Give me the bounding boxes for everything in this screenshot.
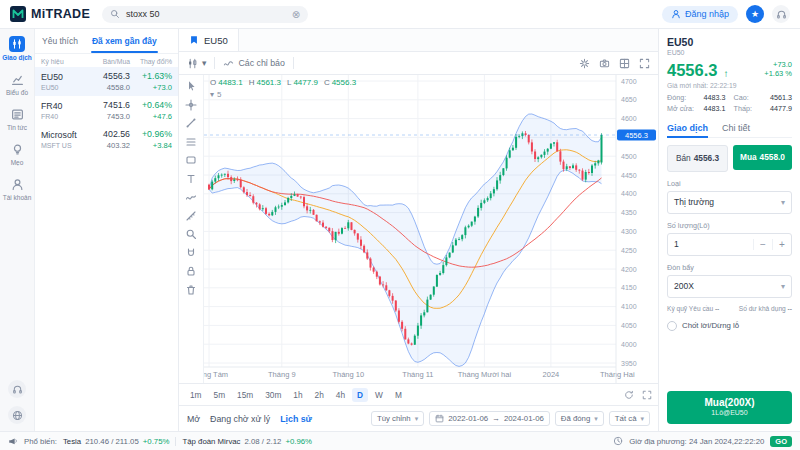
chart-canvas[interactable]: 3950400040504100415042004250430043504400… xyxy=(204,75,658,383)
language-button[interactable] xyxy=(8,406,26,424)
arrow-up-icon: ↑ xyxy=(723,68,728,79)
tpsl-checkbox[interactable] xyxy=(667,321,677,331)
snapshot-button[interactable] xyxy=(599,57,610,69)
sell-button[interactable]: Bán4556.3 xyxy=(667,145,728,172)
local-time: Giờ địa phương: 24 Jan 2024,22:22:20 xyxy=(629,437,764,446)
date-from: 2022-01-06 xyxy=(448,414,488,423)
tf-2h[interactable]: 2h xyxy=(310,388,329,402)
tf-15m[interactable]: 15m xyxy=(232,388,258,402)
fullscreen-button[interactable] xyxy=(639,57,650,69)
sidebar-item-trade[interactable]: Giao dịch xyxy=(0,36,34,61)
date-range-picker[interactable]: 2022-01-06 → 2024-01-06 xyxy=(429,411,550,426)
chart-tab-eu50[interactable]: EU50 xyxy=(179,29,239,51)
search-input[interactable]: stoxx 50 ⊗ xyxy=(102,6,308,23)
fibonacci-tool[interactable] xyxy=(185,136,197,148)
svg-text:4700: 4700 xyxy=(621,78,637,85)
candle-type-button[interactable]: ▾ xyxy=(187,58,206,69)
order-type-select[interactable]: Thị trường▾ xyxy=(667,191,792,214)
text-tool[interactable] xyxy=(185,173,197,185)
refresh-button[interactable] xyxy=(624,389,634,401)
date-to: 2024-01-06 xyxy=(504,414,544,423)
trade-icon xyxy=(9,36,25,52)
quantity-stepper[interactable]: 1 − + xyxy=(667,233,792,256)
custom-range-dropdown[interactable]: Tùy chỉnh▾ xyxy=(371,411,424,426)
tab-favorites[interactable]: Yêu thích xyxy=(35,29,85,53)
svg-text:4150: 4150 xyxy=(621,284,637,291)
login-button[interactable]: Đăng nhập xyxy=(662,6,738,23)
magnet-tool[interactable] xyxy=(185,247,197,259)
quantity-value[interactable]: 1 xyxy=(668,239,753,249)
ticker-mirvac[interactable]: Tập đoàn Mirvac 2.08 / 2.12 +0.96% xyxy=(182,437,312,446)
delete-tool[interactable] xyxy=(185,284,197,296)
last-update-time: Giá mới nhất: 22:22:19 xyxy=(667,82,792,89)
lock-tool[interactable] xyxy=(185,265,197,277)
brand-logo[interactable]: MiTRADE xyxy=(10,6,90,22)
increase-button[interactable]: + xyxy=(772,239,791,250)
support-button[interactable] xyxy=(772,5,790,23)
popular-label: Phổ biến: xyxy=(24,437,57,446)
tab-pending-orders[interactable]: Đang chờ xử lý xyxy=(210,414,270,424)
chart-settings-button[interactable] xyxy=(579,57,590,69)
tf-month[interactable]: M xyxy=(390,388,407,402)
go-badge[interactable]: GO xyxy=(770,436,792,447)
type-filter-dropdown[interactable]: Tất cả▾ xyxy=(609,411,650,426)
rewards-button[interactable]: ★ xyxy=(746,5,764,23)
measure-tool[interactable] xyxy=(185,210,197,222)
tf-30m[interactable]: 30m xyxy=(260,388,286,402)
decrease-button[interactable]: − xyxy=(753,239,772,250)
watchlist-row-fr40[interactable]: FR40FR40 7451.67453.0 +0.64%+47.6 xyxy=(35,96,178,125)
svg-text:4200: 4200 xyxy=(621,266,637,273)
submit-buy-button[interactable]: Mua(200X) 1Lô@EU50 xyxy=(667,391,792,424)
svg-text:4300: 4300 xyxy=(621,228,637,235)
tpsl-toggle[interactable]: Chốt lời/Dừng lỗ xyxy=(667,321,792,331)
tf-5m[interactable]: 5m xyxy=(209,388,231,402)
sidebar-item-account[interactable]: Tài khoản xyxy=(0,176,34,201)
sidebar-item-tips[interactable]: Mẹo xyxy=(0,141,34,166)
leverage-label: Đòn bẩy xyxy=(667,263,792,272)
refresh-icon xyxy=(624,390,634,400)
tf-1m[interactable]: 1m xyxy=(185,388,207,402)
svg-text:Tháng Tám: Tháng Tám xyxy=(204,370,228,379)
login-label: Đăng nhập xyxy=(685,9,729,19)
tab-trade[interactable]: Giao dịch xyxy=(667,119,708,137)
last-price: 4556.3 xyxy=(667,62,717,79)
tab-recently-viewed[interactable]: Đã xem gần đây xyxy=(85,29,164,53)
tab-history[interactable]: Lịch sử xyxy=(280,414,312,424)
trade-panel: EU50 EU50 4556.3 ↑ +73.0+1.63 % Giá mới … xyxy=(658,29,800,431)
shapes-tool[interactable] xyxy=(185,154,197,166)
watchlist-row-microsoft[interactable]: MicrosoftMSFT US 402.56403.32 +0.96%+3.8… xyxy=(35,125,178,154)
news-icon xyxy=(9,106,25,122)
price-chart[interactable]: 3950400040504100415042004250430043504400… xyxy=(204,75,658,383)
tf-1h[interactable]: 1h xyxy=(288,388,307,402)
sidebar-item-charts[interactable]: Biểu đồ xyxy=(0,71,34,96)
top-header: MiTRADE stoxx 50 ⊗ Đăng nhập ★ xyxy=(0,0,800,29)
tf-week[interactable]: W xyxy=(370,388,388,402)
crosshair-tool[interactable] xyxy=(185,99,197,111)
indicators-button[interactable]: Các chỉ báo xyxy=(223,58,284,69)
cursor-tool[interactable] xyxy=(185,80,197,92)
quantity-label: Số lượng(Lô) xyxy=(667,221,792,230)
buy-button[interactable]: Mua4558.0 xyxy=(733,145,792,170)
leverage-select[interactable]: 200X▾ xyxy=(667,275,792,298)
watchlist-row-eu50[interactable]: EU50EU50 4556.34558.0 +1.63%+73.0 xyxy=(35,67,178,96)
expand-chart-button[interactable] xyxy=(642,389,652,401)
brush-tool[interactable] xyxy=(185,191,197,203)
zoom-tool[interactable] xyxy=(185,228,197,240)
mitrade-logo-icon xyxy=(10,6,26,22)
clock-icon xyxy=(613,436,623,446)
help-support-button[interactable] xyxy=(8,380,26,398)
svg-text:4250: 4250 xyxy=(621,247,637,254)
ticker-tesla[interactable]: Tesla 210.46 / 211.05 +0.75% xyxy=(63,437,170,446)
layout-grid-button[interactable] xyxy=(619,57,630,69)
trendline-tool[interactable] xyxy=(185,117,197,129)
svg-text:4350: 4350 xyxy=(621,209,637,216)
order-type-label: Loại xyxy=(667,179,792,188)
tab-open-positions[interactable]: Mở xyxy=(187,414,200,424)
clear-search-icon[interactable]: ⊗ xyxy=(292,9,300,20)
sidebar-item-news[interactable]: Tin tức xyxy=(0,106,34,131)
tf-day[interactable]: D xyxy=(352,388,368,402)
svg-text:4556.3: 4556.3 xyxy=(625,131,648,140)
status-filter-dropdown[interactable]: Đã đóng▾ xyxy=(555,411,604,426)
tf-4h[interactable]: 4h xyxy=(331,388,350,402)
tab-details[interactable]: Chi tiết xyxy=(722,119,750,137)
